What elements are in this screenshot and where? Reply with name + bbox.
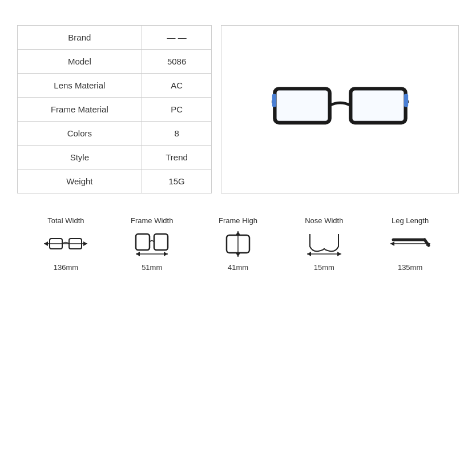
- svg-marker-10: [83, 241, 87, 246]
- svg-rect-7: [352, 90, 404, 121]
- svg-marker-24: [337, 252, 341, 256]
- measurement-frame-high: Frame High 41mm: [195, 216, 281, 272]
- row-value: 15G: [142, 170, 212, 193]
- row-value: — —: [142, 26, 212, 50]
- row-value: Trend: [142, 146, 212, 170]
- row-label: Colors: [18, 122, 142, 146]
- row-value: AC: [142, 74, 212, 98]
- table-row: Weight15G: [18, 170, 212, 193]
- measurement-label: Frame Width: [131, 216, 173, 225]
- svg-marker-23: [307, 252, 311, 256]
- table-row: Frame MaterialPC: [18, 98, 212, 122]
- measurement-frame-width: Frame Width 51mm: [109, 216, 195, 272]
- measurements-section: Total Width 136mmFrame Width 51mmFrame H…: [17, 216, 459, 272]
- svg-marker-15: [164, 252, 168, 256]
- row-value: 5086: [142, 50, 212, 74]
- measurement-value: 136mm: [54, 263, 78, 272]
- svg-marker-14: [136, 252, 140, 256]
- svg-rect-17: [154, 234, 168, 250]
- main-content: Brand— —Model5086Lens MaterialACFrame Ma…: [17, 25, 459, 193]
- glasses-illustration: [272, 78, 409, 141]
- measurement-value: 135mm: [398, 263, 422, 272]
- measurement-label: Nose Width: [305, 216, 343, 225]
- measurement-nose-width: Nose Width 15mm: [281, 216, 367, 272]
- table-row: Brand— —: [18, 26, 212, 50]
- table-row: Colors8: [18, 122, 212, 146]
- svg-marker-9: [44, 241, 48, 246]
- measurement-total-width: Total Width 136mm: [23, 216, 109, 272]
- svg-rect-4: [272, 94, 276, 107]
- measurement-label: Total Width: [47, 216, 84, 225]
- row-value: 8: [142, 122, 212, 146]
- svg-marker-26: [390, 241, 394, 246]
- row-label: Brand: [18, 26, 142, 50]
- frame-width-icon: [129, 228, 175, 260]
- svg-line-29: [425, 240, 429, 245]
- row-label: Frame Material: [18, 98, 142, 122]
- row-label: Weight: [18, 170, 142, 193]
- measurement-value: 51mm: [142, 263, 162, 272]
- leg-length-icon: [388, 228, 433, 260]
- measurement-value: 41mm: [228, 263, 248, 272]
- total-width-icon: [43, 228, 88, 260]
- measurement-leg-length: Leg Length 135mm: [367, 216, 453, 272]
- row-label: Model: [18, 50, 142, 74]
- measurement-value: 15mm: [314, 263, 334, 272]
- svg-rect-16: [136, 234, 150, 250]
- table-row: Lens MaterialAC: [18, 74, 212, 98]
- page: Brand— —Model5086Lens MaterialACFrame Ma…: [0, 0, 476, 476]
- table-row: Model5086: [18, 50, 212, 74]
- frame-high-icon: [215, 228, 261, 260]
- table-row: StyleTrend: [18, 146, 212, 170]
- row-value: PC: [142, 98, 212, 122]
- glasses-image-box: [221, 25, 459, 193]
- measurement-label: Frame High: [219, 216, 257, 225]
- row-label: Lens Material: [18, 74, 142, 98]
- info-table: Brand— —Model5086Lens MaterialACFrame Ma…: [17, 25, 212, 193]
- svg-rect-6: [276, 90, 328, 121]
- measurement-label: Leg Length: [392, 216, 429, 225]
- svg-rect-5: [404, 94, 408, 107]
- row-label: Style: [18, 146, 142, 170]
- nose-width-icon: [301, 228, 347, 260]
